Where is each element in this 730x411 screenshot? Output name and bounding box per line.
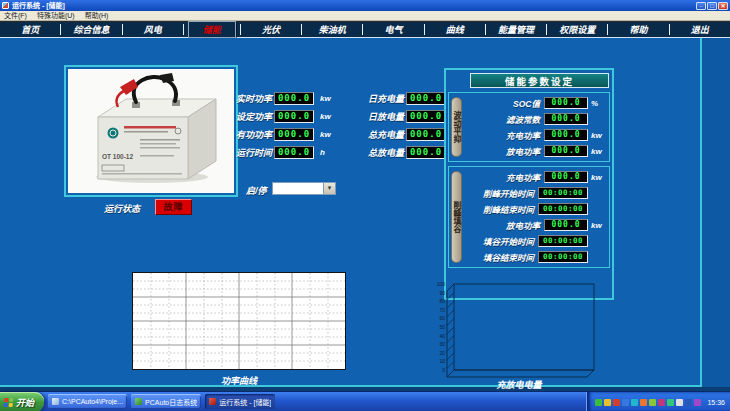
- start-stop-label: 启/停: [246, 184, 267, 197]
- y-tick: 70: [439, 307, 445, 313]
- tray-icon[interactable]: [622, 399, 629, 406]
- power-curve-title: 功率曲线: [132, 374, 346, 387]
- run-status-label: 运行状态: [104, 202, 140, 215]
- y-tick: 20: [439, 350, 445, 356]
- discharge-power-display[interactable]: 000.0: [544, 145, 588, 157]
- charge-power-unit: kw: [591, 131, 607, 140]
- peak-start-display[interactable]: 00:00:00: [538, 187, 588, 199]
- discharge-power-label: 放电功率: [466, 145, 540, 157]
- nav-divider: [183, 24, 184, 35]
- tray-icon[interactable]: [640, 399, 647, 406]
- run-status-indicator: 故障: [155, 199, 192, 215]
- tray-icon[interactable]: [649, 399, 656, 406]
- settings-row: 放电功率 000.0 kw: [466, 217, 607, 233]
- title-bar: 运行系统 - [储能]: [0, 0, 730, 11]
- valley-start-display[interactable]: 00:00:00: [538, 235, 588, 247]
- y-tick: 30: [439, 341, 445, 347]
- run-time-label: 运行时间: [216, 146, 272, 159]
- app-icon: [2, 2, 9, 9]
- settings-row: 削峰开始时间 00:00:00: [466, 185, 607, 201]
- tray-icon[interactable]: [604, 399, 611, 406]
- tray-icon[interactable]: [595, 399, 602, 406]
- nav-item-overview[interactable]: 综合信息: [61, 23, 121, 36]
- tray-icon[interactable]: [613, 399, 620, 406]
- battery-panel: OT 100-12: [64, 65, 238, 197]
- set-power-unit: kw: [320, 112, 344, 121]
- folder-icon: [52, 398, 59, 405]
- menu-item-help[interactable]: 帮助(H): [85, 11, 109, 21]
- start-stop-value: [273, 183, 323, 194]
- nav-item-energy-mgmt[interactable]: 能量管理: [486, 23, 546, 36]
- nav-item-wind[interactable]: 风电: [123, 23, 183, 36]
- peak-shaving-group-tab: 削峰填谷: [451, 171, 462, 263]
- maximize-button[interactable]: [707, 2, 717, 10]
- set-power-label: 设定功率: [216, 110, 272, 123]
- settings-row: 削峰结束时间 00:00:00: [466, 201, 607, 217]
- minimize-button[interactable]: [696, 2, 706, 10]
- ps-charge-power-label: 充电功率: [466, 171, 540, 183]
- nav-item-exit[interactable]: 退出: [670, 23, 730, 36]
- peak-end-display[interactable]: 00:00:00: [538, 203, 588, 215]
- tray-icon[interactable]: [667, 399, 674, 406]
- smoothing-group: 波动平抑 SOC值 000.0 % 滤波常数 000.0 充电功率 000.0 …: [448, 92, 610, 162]
- windows-logo-icon: [4, 398, 14, 407]
- run-time-display: 000.0: [274, 146, 314, 159]
- power-curve-chart: [132, 272, 346, 370]
- menu-item-file[interactable]: 文件(F): [4, 11, 27, 21]
- ps-discharge-power-unit: kw: [591, 221, 607, 230]
- y-tick: 0: [442, 367, 445, 373]
- battery-model-label: OT 100-12: [102, 153, 133, 160]
- start-button[interactable]: 开始: [0, 392, 44, 411]
- chevron-down-icon[interactable]: ▼: [323, 183, 335, 194]
- charge-discharge-chart: 100 90 80 70 60 50 40 30 20 10 0: [430, 276, 608, 380]
- daily-discharge-label: 日放电量: [346, 110, 404, 123]
- nav-item-curves[interactable]: 曲线: [425, 23, 485, 36]
- total-charge-label: 总充电量: [346, 128, 404, 141]
- taskbar-task-run-system[interactable]: 运行系统 - [储能]: [205, 394, 275, 409]
- valley-end-display[interactable]: 00:00:00: [538, 251, 588, 263]
- smoothing-group-tab: 波动平抑: [451, 97, 462, 157]
- soc-display[interactable]: 000.0: [544, 97, 588, 109]
- y-tick: 60: [439, 315, 445, 321]
- taskbar-clock[interactable]: 15:36: [707, 399, 725, 406]
- tray-icon[interactable]: [631, 399, 638, 406]
- taskbar-task-folder[interactable]: C:\PCAuto4\Proje...: [48, 394, 127, 409]
- nav-item-help[interactable]: 帮助: [608, 23, 668, 36]
- discharge-power-unit: kw: [591, 147, 607, 156]
- ps-charge-power-unit: kw: [591, 173, 607, 182]
- total-discharge-display: 000.0: [406, 146, 446, 159]
- valley-start-label: 填谷开始时间: [466, 235, 534, 247]
- daily-charge-label: 日充电量: [346, 92, 404, 105]
- tray-icon[interactable]: [685, 399, 692, 406]
- taskbar-task-log-system[interactable]: PCAuto日志系统: [131, 394, 201, 409]
- menu-item-special-functions[interactable]: 特殊功能(U): [37, 11, 75, 21]
- y-tick: 50: [439, 324, 445, 330]
- ps-discharge-power-display[interactable]: 000.0: [544, 219, 588, 231]
- filter-constant-display[interactable]: 000.0: [544, 113, 588, 125]
- tray-icon[interactable]: [658, 399, 665, 406]
- peak-shaving-group: 削峰填谷 充电功率 000.0 kw 削峰开始时间 00:00:00 削峰结束时…: [448, 166, 610, 268]
- daily-charge-display: 000.0: [406, 92, 446, 105]
- active-power-label: 有功功率: [216, 128, 272, 141]
- nav-item-electrical[interactable]: 电气: [363, 23, 423, 36]
- active-power-display: 000.0: [274, 128, 314, 141]
- tray-icon[interactable]: [676, 399, 683, 406]
- tray-icon[interactable]: [694, 399, 701, 406]
- main-content: OT 100-12 运行状态 故障 实时功率 000.0 kw 日充电量 000…: [0, 38, 730, 387]
- close-button[interactable]: [718, 2, 728, 10]
- charge-power-display[interactable]: 000.0: [544, 129, 588, 141]
- nav-item-home[interactable]: 首页: [0, 23, 60, 36]
- ps-charge-power-display[interactable]: 000.0: [544, 171, 588, 183]
- nav-item-permissions[interactable]: 权限设置: [547, 23, 607, 36]
- nav-item-storage-active[interactable]: 储能: [188, 21, 236, 38]
- peak-start-label: 削峰开始时间: [466, 187, 534, 199]
- settings-row: 充电功率 000.0 kw: [466, 127, 607, 143]
- nav-item-pv[interactable]: 光伏: [241, 23, 301, 36]
- log-app-icon: [135, 398, 142, 405]
- realtime-power-unit: kw: [320, 94, 344, 103]
- peak-end-label: 削峰结束时间: [466, 203, 534, 215]
- settings-row: 填谷结束时间 00:00:00: [466, 249, 607, 265]
- start-stop-select[interactable]: ▼: [272, 182, 336, 195]
- nav-item-diesel[interactable]: 柴油机: [302, 23, 362, 36]
- window-title: 运行系统 - [储能]: [12, 0, 696, 11]
